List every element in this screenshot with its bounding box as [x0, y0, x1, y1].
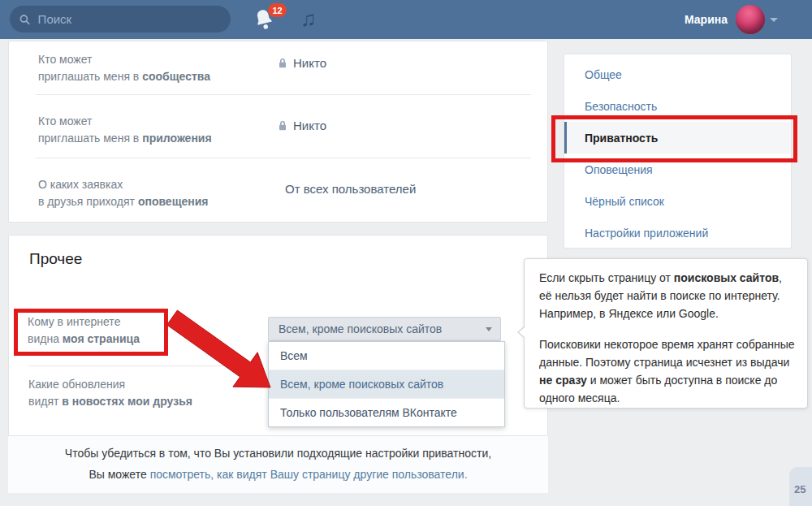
music-icon[interactable]: ♫	[300, 5, 317, 32]
nav-item-privacy[interactable]: Приватность	[564, 122, 791, 154]
page-visibility-select[interactable]: Всем, кроме поисковых сайтов	[268, 317, 501, 341]
lock-icon	[278, 120, 287, 132]
tooltip-paragraph-1: Если скрыть страницу от поисковых сайтов…	[539, 269, 796, 322]
notifications-button[interactable]: 12	[253, 8, 289, 36]
chevron-down-icon[interactable]	[770, 18, 778, 22]
lock-icon	[278, 58, 287, 69]
section-title: Прочее	[29, 250, 82, 268]
tooltip-pointer	[517, 326, 525, 339]
search-visibility-tooltip: Если скрыть страницу от поисковых сайтов…	[524, 258, 808, 409]
select-arrow-icon	[486, 327, 492, 331]
notification-badge: 12	[268, 3, 287, 17]
nav-item-app-settings[interactable]: Настройки приложений	[564, 217, 791, 249]
dropdown-option-all[interactable]: Всем	[269, 342, 504, 370]
row-label-news-updates: Какие обновления видят в новостях мои др…	[28, 376, 192, 410]
visibility-dropdown-menu: Всем Всем, кроме поисковых сайтов Только…	[268, 341, 505, 427]
corner-badge[interactable]: 25	[789, 467, 812, 506]
row-label-communities: Кто может приглашать меня в сообщества	[38, 51, 210, 85]
nav-item-blacklist[interactable]: Чёрный список	[564, 185, 791, 217]
tooltip-paragraph-2: Поисковики некоторое время хранят собран…	[539, 335, 796, 407]
row-value-apps[interactable]: Никто	[278, 119, 326, 132]
user-name[interactable]: Марина	[685, 13, 728, 26]
row-divider	[36, 94, 531, 95]
row-value-friend-requests[interactable]: От всех пользователей	[285, 182, 416, 196]
row-divider	[36, 158, 531, 158]
search-input[interactable]	[37, 11, 221, 27]
settings-footer: Чтобы убедиться в том, что Вы установили…	[8, 435, 548, 493]
privacy-settings-card: Кто может приглашать меня в сообщества Н…	[8, 41, 548, 223]
top-bar: 12 ♫ Марина	[0, 0, 812, 39]
nav-item-notifications[interactable]: Оповещения	[564, 154, 791, 185]
row-label-page-visibility: Кому в интернете видна моя страница	[28, 314, 140, 348]
row-label-friend-requests: О каких заявках в друзья приходят оповещ…	[38, 176, 208, 210]
nav-item-security[interactable]: Безопасность	[564, 90, 791, 122]
settings-nav: Общее Безопасность Приватность Оповещени…	[564, 54, 792, 249]
search-box[interactable]	[10, 6, 231, 32]
avatar[interactable]	[736, 5, 765, 34]
nav-item-general[interactable]: Общее	[564, 58, 791, 90]
row-value-communities[interactable]: Никто	[278, 56, 326, 70]
dropdown-option-vk-users-only[interactable]: Только пользователям ВКонтакте	[269, 399, 504, 426]
search-icon	[19, 14, 30, 25]
row-label-apps: Кто может приглашать меня в приложения	[38, 113, 212, 147]
row-divider	[28, 365, 264, 366]
select-value: Всем, кроме поисковых сайтов	[279, 322, 442, 335]
corner-badge-count: 25	[794, 483, 806, 495]
dropdown-option-all-except-search[interactable]: Всем, кроме поисковых сайтов	[269, 370, 504, 399]
footer-preview-link[interactable]: посмотреть, как видят Вашу страницу друг…	[150, 468, 468, 481]
